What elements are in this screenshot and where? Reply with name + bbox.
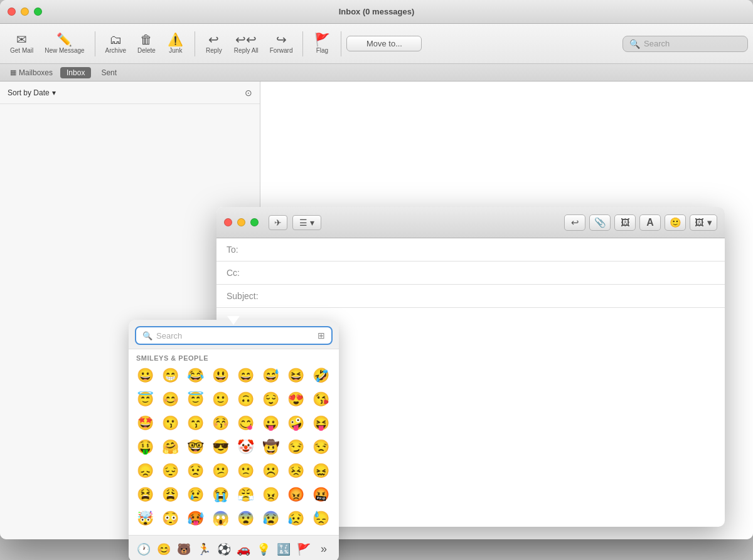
emoji-cell[interactable]: 🤓 [184,436,206,458]
emoji-cell[interactable]: 😡 [285,483,307,506]
filter-icon[interactable]: ⊙ [245,88,252,98]
inbox-tab[interactable]: Inbox [60,67,91,78]
emoji-cell[interactable]: 😙 [184,412,206,435]
emoji-cell[interactable]: 🥵 [184,507,206,530]
emoji-cell[interactable]: 😣 [285,460,307,482]
emoji-cell[interactable]: 😳 [159,507,181,530]
compose-font-button[interactable]: A [639,214,661,231]
emoji-cell[interactable]: 😒 [310,436,333,458]
forward-button[interactable]: ↪ Forward [265,31,298,56]
junk-button[interactable]: ⚠️ Junk [162,31,190,56]
reply-button[interactable]: ↩ Reply [200,31,228,56]
emoji-cell[interactable]: 😝 [310,412,333,435]
emoji-cell[interactable]: 😇 [134,388,156,411]
archive-button[interactable]: 🗂 Archive [100,31,131,56]
compose-emoji-button[interactable]: 🙂 [665,214,686,231]
emoji-cell[interactable]: ☹️ [260,460,282,482]
emoji-cell[interactable]: 🤣 [310,364,333,387]
emoji-cell[interactable]: 😏 [285,436,307,458]
emoji-footer-btn-7[interactable]: 🔣 [274,539,294,559]
emoji-cell[interactable]: 🙃 [235,388,257,411]
emoji-cell[interactable]: 😛 [260,412,282,435]
compose-image-attach-button[interactable]: 🖼 ▾ [690,214,717,231]
delete-button[interactable]: 🗑 Delete [132,31,161,56]
emoji-footer-btn-5[interactable]: 🚗 [234,539,254,559]
compose-cc-input[interactable] [269,268,715,278]
emoji-cell[interactable]: 😗 [159,412,181,435]
emoji-cell[interactable]: 🤯 [134,507,156,530]
emoji-cell[interactable]: 🙂 [209,388,232,411]
emoji-footer-btn-4[interactable]: ⚽ [214,539,234,559]
emoji-cell[interactable]: 😨 [235,507,257,530]
emoji-cell[interactable]: 😄 [235,364,257,387]
emoji-cell[interactable]: 😠 [260,483,282,506]
emoji-cell[interactable]: 😖 [310,460,333,482]
minimize-button[interactable] [21,8,29,16]
emoji-cell[interactable]: 😓 [310,507,333,530]
emoji-footer-btn-0[interactable]: 🕐 [134,539,154,559]
compose-attach-button[interactable]: 📎 [589,214,611,231]
emoji-search-field[interactable]: 🔍 Search ⊞ [135,326,333,345]
emoji-cell[interactable]: 😋 [235,412,257,435]
emoji-footer-btn-8[interactable]: 🚩 [294,539,314,559]
emoji-cell[interactable]: 😂 [184,364,206,387]
emoji-cell[interactable]: 🤬 [310,483,333,506]
emoji-footer-btn-1[interactable]: 😊 [154,539,174,559]
emoji-cell[interactable]: 😞 [134,460,156,482]
move-to-button[interactable]: Move to... [346,36,422,51]
emoji-cell[interactable]: 😟 [184,460,206,482]
emoji-cell[interactable]: 😤 [235,483,257,506]
compose-list-button[interactable]: ☰ ▾ [292,215,321,230]
compose-minimize-button[interactable] [237,218,245,226]
emoji-cell[interactable]: 😢 [184,483,206,506]
reply-all-button[interactable]: ↩↩ Reply All [229,31,264,56]
emoji-cell[interactable]: 🤗 [159,436,181,458]
search-box[interactable]: 🔍 Search [622,36,748,52]
emoji-cell[interactable]: 😱 [209,507,232,530]
emoji-cell[interactable]: 😥 [285,507,307,530]
emoji-cell[interactable]: 😘 [310,388,333,411]
compose-maximize-button[interactable] [250,218,259,226]
emoji-cell[interactable]: 🤪 [285,412,307,435]
close-button[interactable] [8,8,16,16]
emoji-footer-btn-2[interactable]: 🐻 [174,539,194,559]
emoji-cell[interactable]: 🤠 [260,436,282,458]
emoji-cell[interactable]: 😭 [209,483,232,506]
compose-reply-button[interactable]: ↩ [564,214,585,231]
emoji-cell[interactable]: 😅 [260,364,282,387]
emoji-cell[interactable]: 😚 [209,412,232,435]
new-message-button[interactable]: ✏️ New Message [40,31,89,56]
emoji-cell[interactable]: 🤡 [235,436,257,458]
get-mail-button[interactable]: ✉ Get Mail [5,31,38,56]
compose-close-button[interactable] [224,218,232,226]
maximize-button[interactable] [34,8,42,16]
compose-subject-input[interactable] [269,291,715,301]
emoji-cell[interactable]: 🤩 [134,412,156,435]
emoji-cell[interactable]: 😰 [260,507,282,530]
emoji-cell[interactable]: 😊 [159,388,181,411]
compose-send-button[interactable]: ✈ [269,215,287,230]
sent-tab[interactable]: Sent [95,67,123,78]
emoji-cell[interactable]: 🙁 [235,460,257,482]
emoji-cell[interactable]: 😍 [285,388,307,411]
emoji-cell[interactable]: 🤑 [134,436,156,458]
emoji-footer-btn-9[interactable]: » [314,539,334,559]
mailboxes-button[interactable]: ▦ Mailboxes [6,67,56,78]
emoji-cell[interactable]: 😫 [134,483,156,506]
emoji-cell[interactable]: 😕 [209,460,232,482]
emoji-cell[interactable]: 😀 [134,364,156,387]
emoji-cell[interactable]: 😆 [285,364,307,387]
emoji-grid-toggle[interactable]: ⊞ [318,330,325,341]
emoji-cell[interactable]: 😌 [260,388,282,411]
emoji-cell[interactable]: 😃 [209,364,232,387]
compose-to-input[interactable] [269,245,715,255]
emoji-footer-btn-6[interactable]: 💡 [254,539,274,559]
emoji-cell[interactable]: 😁 [159,364,181,387]
emoji-cell[interactable]: 😎 [209,436,232,458]
sort-button[interactable]: Sort by Date ▾ [8,88,56,97]
compose-photo-button[interactable]: 🖼 [614,214,636,231]
emoji-cell[interactable]: 😩 [159,483,181,506]
flag-button[interactable]: 🚩 Flag [308,31,336,56]
emoji-footer-btn-3[interactable]: 🏃 [194,539,214,559]
emoji-cell[interactable]: 😇 [184,388,206,411]
